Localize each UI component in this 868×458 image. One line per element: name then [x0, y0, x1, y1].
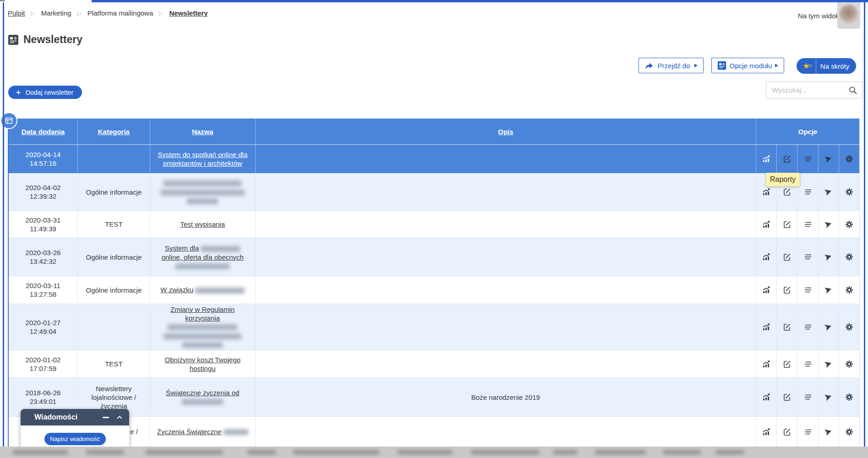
- cell-date: 2020-03-2613:42:32: [9, 238, 77, 276]
- newsletter-link[interactable]: Obniżymy koszt Twojego hostingu: [154, 355, 251, 373]
- cell-description: [255, 304, 756, 350]
- send-icon[interactable]: [818, 417, 839, 447]
- reports-icon[interactable]: [756, 350, 776, 377]
- edit-icon[interactable]: [776, 145, 797, 173]
- search-icon[interactable]: [848, 85, 858, 95]
- send-icon[interactable]: [818, 238, 839, 276]
- send-icon[interactable]: [818, 378, 839, 416]
- details-icon[interactable]: [797, 145, 818, 173]
- cell-date: 2020-04-0212:39:32: [9, 174, 77, 210]
- newsletter-link[interactable]: W związku: [160, 286, 193, 294]
- send-icon[interactable]: [818, 145, 839, 173]
- table-row[interactable]: 2018-06-2623:49:01 Newslettery lojalnośc…: [9, 377, 859, 416]
- sort-name[interactable]: Nazwa: [192, 128, 213, 136]
- details-icon[interactable]: [797, 304, 818, 350]
- edit-icon[interactable]: [776, 238, 797, 276]
- settings-icon[interactable]: [839, 276, 859, 304]
- add-newsletter-button[interactable]: + Dodaj newsletter: [8, 86, 82, 99]
- cell-category: [77, 145, 150, 173]
- redacted-text: [161, 190, 245, 196]
- redacted-text: [164, 333, 241, 339]
- edit-icon[interactable]: [776, 378, 797, 416]
- send-icon[interactable]: [818, 174, 839, 210]
- compose-message-button[interactable]: Napisz wiadomość: [44, 433, 106, 445]
- cell-category: Ogólne informacje: [77, 238, 150, 276]
- newsletter-link[interactable]: Test wypisania: [180, 220, 225, 229]
- edit-icon[interactable]: [776, 304, 797, 350]
- details-icon[interactable]: [797, 238, 818, 276]
- cell-options: [756, 145, 859, 173]
- cell-options: [756, 276, 859, 304]
- messages-panel-header[interactable]: Wiadomości: [21, 409, 129, 425]
- table-row[interactable]: 2020-03-2613:42:32 Ogólne informacje Sys…: [9, 238, 859, 276]
- settings-icon[interactable]: [839, 304, 859, 350]
- breadcrumb-item-pulpit[interactable]: Pulpit: [8, 9, 25, 17]
- settings-icon[interactable]: [839, 174, 859, 210]
- details-icon[interactable]: [797, 417, 818, 447]
- search-input[interactable]: [772, 86, 848, 94]
- table-row[interactable]: 2020-04-1414:57:16 System do spotkań onl…: [9, 144, 859, 173]
- chevron-up-icon[interactable]: [116, 415, 123, 420]
- edit-icon[interactable]: [776, 276, 797, 304]
- edit-icon[interactable]: [776, 417, 797, 447]
- settings-icon[interactable]: [839, 211, 859, 238]
- reports-icon[interactable]: [756, 378, 776, 416]
- cell-description: [255, 145, 756, 173]
- newsletter-link[interactable]: System do spotkań online dla projektantó…: [154, 150, 251, 168]
- shortcuts-button[interactable]: ★ Na skróty: [797, 58, 856, 74]
- reports-icon[interactable]: [756, 238, 776, 276]
- table-row[interactable]: 2020-04-0212:39:32 Ogólne informacje: [9, 173, 859, 210]
- table-row[interactable]: 2020-01-2712:49:04 Zmiany w Regulamin ko…: [9, 304, 859, 350]
- reports-icon[interactable]: [756, 276, 776, 304]
- sort-date[interactable]: Data dodania: [22, 128, 65, 136]
- details-icon[interactable]: [797, 211, 818, 238]
- cell-name: Życzenia Świąteczne: [150, 417, 255, 447]
- add-newsletter-label: Dodaj newsletter: [26, 89, 73, 96]
- newsletter-link[interactable]: online, oferta dla obecnych: [162, 253, 244, 261]
- cell-description: [255, 238, 756, 276]
- breadcrumb-item-marketing[interactable]: Marketing: [41, 9, 71, 17]
- newsletter-link[interactable]: Życzenia Świąteczne: [157, 428, 222, 436]
- settings-icon[interactable]: [839, 378, 859, 416]
- send-icon[interactable]: [818, 276, 839, 304]
- reports-icon[interactable]: [756, 145, 776, 173]
- module-options-button[interactable]: Opcje modułu: [711, 58, 784, 73]
- page-title: Newslettery: [23, 33, 82, 46]
- sort-description[interactable]: Opis: [498, 128, 513, 136]
- newsletter-link[interactable]: Zmiany w Regulamin korzystania: [170, 305, 235, 322]
- send-icon[interactable]: [818, 350, 839, 377]
- details-icon[interactable]: [797, 276, 818, 304]
- settings-icon[interactable]: [839, 145, 859, 173]
- table-row[interactable]: 2020-03-3111:49:39 TEST Test wypisania: [9, 210, 859, 238]
- details-icon[interactable]: [797, 350, 818, 377]
- details-icon[interactable]: [797, 378, 818, 416]
- cell-description: [255, 211, 756, 238]
- cell-category: Ogólne informacje: [77, 276, 150, 304]
- minimize-icon[interactable]: [103, 417, 109, 418]
- newsletter-link[interactable]: Świąteczne życzenia od: [166, 389, 239, 397]
- edit-icon[interactable]: [776, 350, 797, 377]
- goto-button[interactable]: Przejdź do: [639, 58, 704, 73]
- settings-icon[interactable]: [839, 417, 859, 447]
- table-row[interactable]: 2020-01-0217:07:59 TEST Obniżymy koszt T…: [9, 350, 859, 377]
- reports-icon[interactable]: [756, 211, 776, 238]
- settings-icon[interactable]: [839, 238, 859, 276]
- reports-icon[interactable]: [756, 417, 776, 447]
- breadcrumb-item-platforma[interactable]: Platforma mailingowa: [87, 9, 153, 17]
- send-icon[interactable]: [818, 304, 839, 350]
- view-note: Na tym widoku: [798, 12, 843, 20]
- breadcrumb-item-newslettery[interactable]: Newslettery: [169, 9, 208, 17]
- details-icon[interactable]: [797, 174, 818, 210]
- sort-category[interactable]: Kategoria: [98, 128, 130, 136]
- caret-right-icon: [775, 64, 778, 67]
- avatar[interactable]: [839, 5, 858, 24]
- send-icon[interactable]: [818, 211, 839, 238]
- settings-icon[interactable]: [839, 350, 859, 377]
- edit-icon[interactable]: [776, 211, 797, 238]
- table-row[interactable]: 2020-03-1113:27:58 Ogólne informacje W z…: [9, 276, 859, 304]
- cell-name: Obniżymy koszt Twojego hostingu: [150, 350, 255, 377]
- redacted-text: [164, 180, 241, 186]
- table-row[interactable]: e / Życzenia Świąteczne: [9, 416, 859, 447]
- reports-icon[interactable]: [756, 304, 776, 350]
- newsletter-link[interactable]: System dla: [165, 244, 199, 252]
